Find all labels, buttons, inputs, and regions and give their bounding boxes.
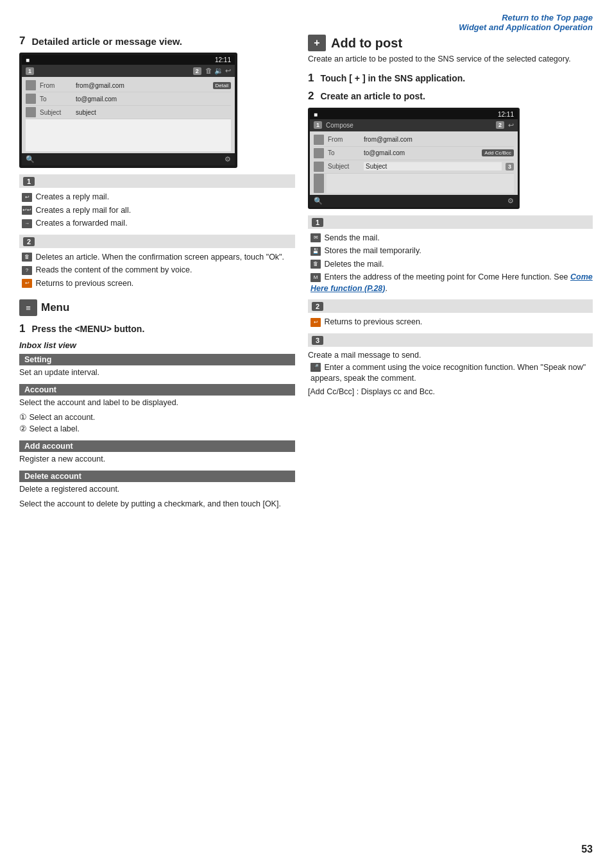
phone-screen-1: ■ 12:11 1 2 🗑 🔉 ↩ From <box>19 53 237 168</box>
right-box1-item-1: ✉ Sends the mail. <box>308 233 593 244</box>
menu-step1-num: 1 <box>19 322 25 335</box>
right-step2-text: Create an article to post. <box>320 91 425 101</box>
setting-body: Set an update interval. <box>19 367 295 379</box>
badge-2-right: 2 <box>496 121 504 129</box>
badge-1-right: 1 <box>314 121 322 129</box>
phone-inner-2: ■ 12:11 1 Compose 2 ↩ From from@gmail.co <box>310 110 518 207</box>
annot-box-2: 2 <box>23 237 35 246</box>
section7-heading: 7 Detailed article or message view. <box>19 35 295 47</box>
box1-item-2: ↩↩ Creates a reply mail for all. <box>19 205 295 217</box>
right-box3-list: 🎤 Enter a comment using the voice recogn… <box>308 362 593 385</box>
menu-step1: 1 Press the <MENU> button. <box>19 322 295 335</box>
phone-footer-right: ⚙ <box>225 155 231 163</box>
menu-section: ≡ Menu 1 Press the <MENU> button. Inbox … <box>19 299 295 510</box>
detail-btn[interactable]: Detail <box>213 82 231 89</box>
right-step1: 1 Touch [ + ] in the SNS application. <box>308 72 593 85</box>
subject-label-2: Subject <box>328 163 360 170</box>
back-icon-right: ↩ <box>310 318 321 327</box>
phone2-row-subject: Subject Subject 3 <box>314 160 514 174</box>
voice-rec-icon: 🎤 <box>310 363 321 372</box>
plus-icon-box: + <box>308 35 326 51</box>
step7-number: 7 <box>19 35 25 47</box>
phone2-row-to: To to@gmail.com Add Cc/Bcc <box>314 147 514 160</box>
box2-item-3: ↩ Returns to previous screen. <box>19 278 295 290</box>
add-cc-bcc-text: [Add Cc/Bcc] : Displays cc and Bcc. <box>308 387 593 396</box>
from-val-2: from@gmail.com <box>364 136 514 143</box>
phone-email-fields: From from@gmail.com Detail To to@gmail.c… <box>22 77 235 153</box>
badge-2-left: 2 <box>193 67 201 75</box>
right-step2: 2 Create an article to post. <box>308 90 593 103</box>
phone2-status-time: 12:11 <box>498 111 514 118</box>
phone2-email-fields: From from@gmail.com To to@gmail.com Add … <box>310 131 518 195</box>
delete-account-header: Delete account <box>19 471 295 482</box>
phone2-to-icon <box>314 148 324 158</box>
right-box1-item-2: 💾 Stores the mail temporarily. <box>308 246 593 257</box>
phone2-footer-right: ⚙ <box>507 197 514 205</box>
phone-subject-icon <box>26 107 36 117</box>
box2-text-3: Returns to previous screen. <box>35 279 133 288</box>
forward-icon: → <box>22 219 32 228</box>
from-label-2: From <box>328 136 360 143</box>
phone-row-subject: Subject subject <box>26 106 231 119</box>
delete-icon-2: 🗑 <box>310 260 321 269</box>
return-link[interactable]: Return to the Top page <box>19 13 593 22</box>
right-annot-box-2: 2 <box>312 302 323 311</box>
reply-all-icon: ↩↩ <box>22 206 32 215</box>
page-container: Return to the Top page Widget and Applic… <box>0 0 612 868</box>
add-cc-btn[interactable]: Add Cc/Bcc <box>482 149 514 156</box>
account-body: Select the account and label to be displ… <box>19 397 295 409</box>
menu-title: Menu <box>41 301 69 314</box>
right-column: + Add to post Create an article to be po… <box>308 35 593 515</box>
right-box3-text: Create a mail message to send. <box>308 351 593 360</box>
phone2-compose-area <box>327 174 514 193</box>
box1-item-1: ↩ Creates a reply mail. <box>19 192 295 203</box>
right-box3-text-1: Enter a comment using the voice recognit… <box>310 363 586 383</box>
box2-item-1: 🗑 Deletes an article. When the confirmat… <box>19 252 295 263</box>
back-icon-left: ↩ <box>22 279 32 288</box>
phone-body-empty <box>26 119 231 151</box>
subject-label-1: Subject <box>40 109 72 116</box>
right-box1-item-3: 🗑 Deletes the mail. <box>308 259 593 271</box>
phone2-toolbar: 1 Compose 2 ↩ <box>310 119 518 131</box>
menu-heading: ≡ Menu <box>19 299 295 316</box>
phone-screen-2: ■ 12:11 1 Compose 2 ↩ From from@gmail.co <box>308 108 520 209</box>
add-account-body: Register a new account. <box>19 453 295 465</box>
menu-icon-box: ≡ <box>19 299 37 316</box>
badge-3-right: 3 <box>506 163 514 171</box>
box2-item-2: ? Reads the content of the comment by vo… <box>19 265 295 276</box>
phone-status-left: ■ <box>26 56 30 63</box>
phone2-from-icon <box>314 135 324 145</box>
right-box1-text-1: Sends the mail. <box>324 233 379 242</box>
annot-section-2: 2 <box>19 235 295 248</box>
to-label-2: To <box>328 149 360 156</box>
account-section: Account Select the account and label to … <box>19 384 295 435</box>
account-item-1: ① Select an account. <box>19 412 295 424</box>
phone-from-icon <box>26 80 36 90</box>
right-box1-text-3: Deletes the mail. <box>324 260 384 269</box>
delete-account-section: Delete account Delete a registered accou… <box>19 471 295 510</box>
send-icon: ✉ <box>310 233 321 242</box>
section7-title: Detailed article or message view. <box>31 36 182 47</box>
right-box1-text-2: Stores the mail temporarily. <box>324 246 421 255</box>
account-item-2: ② Select a label. <box>19 423 295 435</box>
from-label-1: From <box>40 82 72 89</box>
right-step2-num: 2 <box>308 90 314 103</box>
phone-footer-left: 🔍 <box>26 155 35 163</box>
subject-val-1: subject <box>76 109 231 116</box>
delete-account-body: Delete a registered account. <box>19 483 295 496</box>
phone-footer-1: 🔍 ⚙ <box>22 153 235 165</box>
phone-row-to: To to@gmail.com <box>26 92 231 106</box>
widget-link[interactable]: Widget and Application Operation <box>19 22 593 32</box>
location-icon: M <box>310 273 321 282</box>
right-annot-section-2: 2 <box>308 299 593 313</box>
phone2-subject-icon <box>314 162 324 172</box>
box1-text-2: Creates a reply mail for all. <box>35 206 131 215</box>
to-val-2: to@gmail.com <box>364 149 478 156</box>
right-step1-text: Touch [ + ] in the SNS application. <box>320 73 465 83</box>
phone-statusbar-2: ■ 12:11 <box>310 110 518 119</box>
right-box2-list: ↩ Returns to previous screen. <box>308 317 593 328</box>
phone-status-time: 12:11 <box>215 56 231 63</box>
setting-header: Setting <box>19 354 295 365</box>
add-account-section: Add account Register a new account. <box>19 440 295 465</box>
delete-account-extra: Select the account to delete by putting … <box>19 498 295 510</box>
